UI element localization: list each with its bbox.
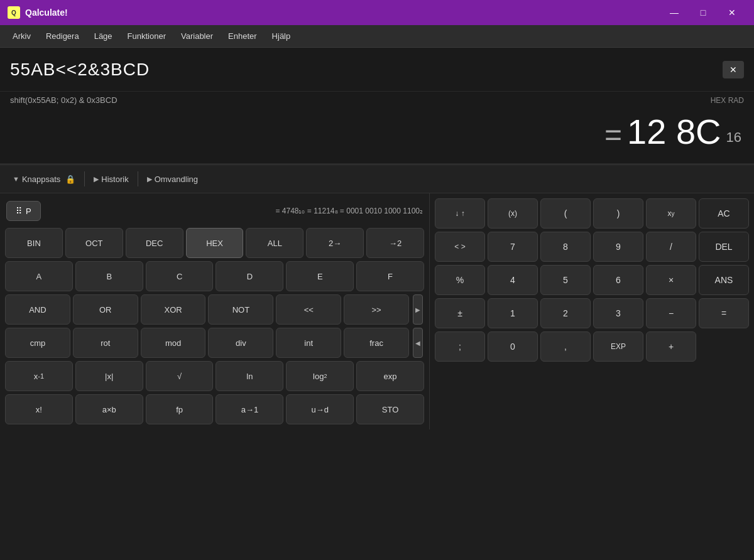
- two[interactable]: 2: [540, 298, 591, 328]
- all-button[interactable]: ALL: [246, 228, 303, 258]
- to-base-button[interactable]: 2→: [306, 228, 364, 258]
- menu-lage[interactable]: Läge: [87, 28, 120, 45]
- inverse-button[interactable]: x-1: [5, 361, 73, 391]
- one[interactable]: 1: [488, 298, 538, 328]
- fp-button[interactable]: fp: [146, 394, 214, 424]
- extra-row: x! a×b fp a→1 u→d STO: [5, 394, 424, 424]
- menu-enheter[interactable]: Enheter: [221, 28, 265, 45]
- u-to-d-button[interactable]: u→d: [286, 394, 354, 424]
- three[interactable]: 3: [593, 298, 643, 328]
- scroll-btn[interactable]: ↓ ↑: [435, 198, 485, 229]
- p-button[interactable]: ⠿ P: [6, 201, 41, 221]
- result-subscript: 16: [726, 129, 741, 146]
- p-label: P: [26, 207, 31, 216]
- knappsats-toggle[interactable]: ▼ Knappsats 🔒: [8, 172, 80, 186]
- shift-right-button[interactable]: >>: [344, 294, 409, 325]
- dec-button[interactable]: DEC: [126, 228, 183, 258]
- factorial-button[interactable]: x!: [5, 394, 73, 424]
- and-button[interactable]: AND: [5, 294, 70, 325]
- historik-toggle[interactable]: ▶ Historik: [89, 172, 133, 186]
- from-base-button[interactable]: →2: [366, 228, 424, 258]
- int-button[interactable]: int: [276, 328, 341, 358]
- exp-button[interactable]: exp: [356, 361, 424, 391]
- abs-button[interactable]: |x|: [75, 361, 143, 391]
- menu-variabler[interactable]: Variabler: [173, 28, 221, 45]
- semicolon[interactable]: ;: [435, 331, 485, 362]
- omvandling-toggle[interactable]: ▶ Omvandling: [142, 172, 203, 186]
- menu-hjalp[interactable]: Hjälp: [265, 28, 298, 45]
- historik-arrow: ▶: [94, 175, 99, 183]
- maximize-button[interactable]: □: [689, 0, 718, 25]
- div-button[interactable]: div: [208, 328, 273, 358]
- power-button[interactable]: xy: [646, 198, 696, 229]
- x-var-button[interactable]: (x): [488, 198, 538, 229]
- log2-button[interactable]: log2: [286, 361, 354, 391]
- or-button[interactable]: OR: [73, 294, 138, 325]
- menu-arkiv[interactable]: Arkiv: [5, 28, 38, 45]
- frac-button[interactable]: frac: [344, 328, 409, 358]
- expression-display[interactable]: 55AB<<2&3BCD: [10, 60, 150, 80]
- btn-e[interactable]: E: [286, 261, 354, 291]
- btn-b[interactable]: B: [75, 261, 143, 291]
- expand-right-arrow[interactable]: ▶: [413, 294, 423, 325]
- shift-left-button[interactable]: <<: [276, 294, 341, 325]
- bin-button[interactable]: BIN: [5, 228, 63, 258]
- hex-button[interactable]: HEX: [186, 228, 244, 258]
- btn-d[interactable]: D: [216, 261, 283, 291]
- percent[interactable]: %: [435, 265, 485, 295]
- clear-button[interactable]: ✕: [723, 61, 744, 78]
- seven[interactable]: 7: [488, 232, 538, 262]
- collapse-left-arrow[interactable]: ◀: [413, 328, 423, 358]
- right-numpad: ↓ ↑ (x) ( ) xy AC < > 7 8 9 / DEL % 4 5 …: [429, 193, 754, 429]
- axb-button[interactable]: a×b: [75, 394, 143, 424]
- sqrt-button[interactable]: √: [146, 361, 214, 391]
- titlebar: Q Qalculate! — □ ✕: [0, 0, 754, 25]
- not-button[interactable]: NOT: [208, 294, 273, 325]
- multiply[interactable]: ×: [646, 265, 696, 295]
- logic-row: AND OR XOR NOT << >>: [5, 294, 409, 325]
- numpad-row-5: ; 0 , EXP +: [435, 331, 749, 362]
- plus[interactable]: +: [646, 331, 696, 362]
- menu-redigera[interactable]: Redigera: [38, 28, 87, 45]
- minimize-button[interactable]: —: [660, 0, 689, 25]
- five[interactable]: 5: [540, 265, 591, 295]
- ac-button[interactable]: AC: [699, 198, 749, 229]
- nine[interactable]: 9: [593, 232, 643, 262]
- menu-funktioner[interactable]: Funktioner: [120, 28, 173, 45]
- left-keypad: ⠿ P = 4748₁₀ = 11214₈ = 0001 0010 1000 1…: [0, 193, 429, 429]
- four[interactable]: 4: [488, 265, 538, 295]
- numpad-row-1: ↓ ↑ (x) ( ) xy AC: [435, 198, 749, 229]
- btn-f[interactable]: F: [356, 261, 424, 291]
- close-button[interactable]: ✕: [718, 0, 746, 25]
- btn-a[interactable]: A: [5, 261, 73, 291]
- open-paren[interactable]: (: [540, 198, 591, 229]
- zero[interactable]: 0: [488, 331, 538, 362]
- oct-button[interactable]: OCT: [65, 228, 123, 258]
- knappsats-label: Knappsats: [22, 175, 60, 184]
- mod-button[interactable]: mod: [141, 328, 206, 358]
- eight[interactable]: 8: [540, 232, 591, 262]
- plus-minus[interactable]: ±: [435, 298, 485, 328]
- btn-c[interactable]: C: [146, 261, 214, 291]
- hex-letters-row: A B C D E F: [5, 261, 424, 291]
- close-paren[interactable]: ): [593, 198, 643, 229]
- minus[interactable]: −: [646, 298, 696, 328]
- exp-num[interactable]: EXP: [593, 331, 643, 362]
- toolbar-divider-1: [84, 171, 85, 186]
- ln-button[interactable]: ln: [216, 361, 283, 391]
- sto-button[interactable]: STO: [356, 394, 424, 424]
- divide[interactable]: /: [646, 232, 696, 262]
- omvandling-label: Omvandling: [155, 175, 198, 184]
- del-button[interactable]: DEL: [699, 232, 749, 262]
- six[interactable]: 6: [593, 265, 643, 295]
- equals-button[interactable]: =: [699, 298, 749, 328]
- cmp-button[interactable]: cmp: [5, 328, 70, 358]
- xor-button[interactable]: XOR: [141, 294, 206, 325]
- comma[interactable]: ,: [540, 331, 591, 362]
- a-to-1-button[interactable]: a→1: [216, 394, 283, 424]
- angle-brackets[interactable]: < >: [435, 232, 485, 262]
- rot-button[interactable]: rot: [73, 328, 138, 358]
- ans-button[interactable]: ANS: [699, 265, 749, 295]
- app-title: Qalculate!: [25, 8, 660, 18]
- base-mode-row: BIN OCT DEC HEX ALL 2→ →2: [5, 228, 424, 258]
